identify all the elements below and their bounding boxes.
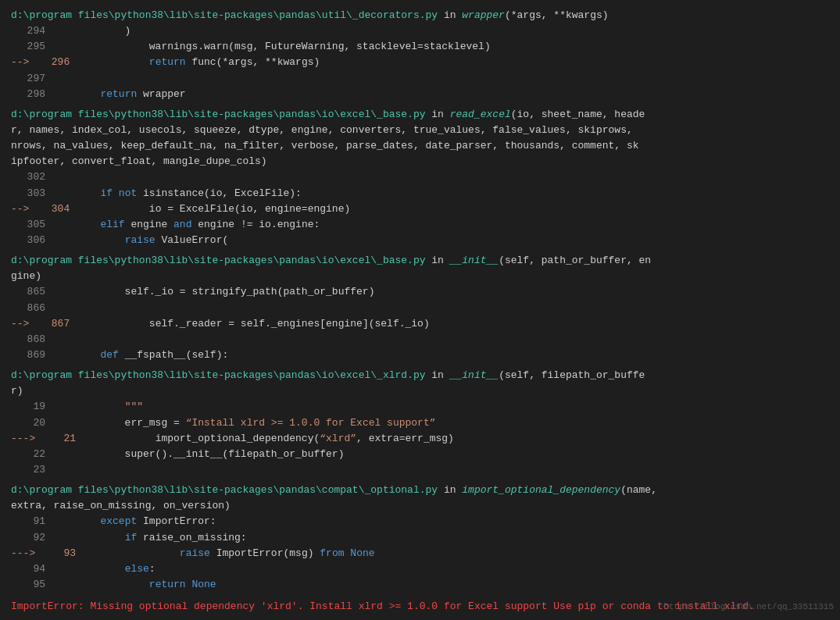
file-header-read-excel: d:\program files\python38\lib\site-packa… [11,107,829,170]
func-name-init-base: __init__ [450,255,499,266]
code-line-95: 95 return None [11,577,829,593]
code-line-91: 91 except ImportError: [11,514,829,529]
traceback-block-optional: d:\program files\python38\lib\site-packa… [11,483,829,593]
code-line-20: 20 err_msg = “Install xlrd >= 1.0.0 for … [11,415,829,431]
traceback-block-init-xlrd: d:\program files\python38\lib\site-packa… [11,368,829,478]
file-path-init-xlrd: d:\program files\python38\lib\site-packa… [11,369,426,381]
code-line-93: ---> 93 raise ImportError(msg) from None [11,546,829,561]
code-line-23: 23 [11,462,829,478]
watermark: https://blog.csdn.net/qq_33511315 [663,600,834,614]
file-header-init-xlrd: d:\program files\python38\lib\site-packa… [11,368,829,399]
file-header-optional: d:\program files\python38\lib\site-packa… [11,483,829,514]
traceback-block-wrapper: d:\program files\python38\lib\site-packa… [11,8,829,102]
file-path-read-excel: d:\program files\python38\lib\site-packa… [11,109,426,120]
traceback-container: d:\program files\python38\lib\site-packa… [11,8,829,615]
code-line-306: 306 raise ValueError( [11,233,829,248]
code-line-867: --> 867 self._reader = self._engines[eng… [11,316,829,332]
code-line-92: 92 if raise_on_missing: [11,530,829,546]
file-header-init-base: d:\program files\python38\lib\site-packa… [11,253,829,284]
traceback-block-init-base: d:\program files\python38\lib\site-packa… [11,253,829,363]
code-line-94: 94 else: [11,561,829,577]
code-line-303: 303 if not isinstance(io, ExcelFile): [11,186,829,201]
code-line-304: --> 304 io = ExcelFile(io, engine=engine… [11,201,829,217]
code-line-21: ---> 21 import_optional_dependency(“xlrd… [11,431,829,447]
func-name-read-excel: read_excel [450,109,511,120]
code-line-296: --> 296 return func(*args, **kwargs) [11,55,829,70]
code-line-294: 294 ) [11,23,829,39]
code-line-305: 305 elif engine and engine != io.engine: [11,217,829,233]
func-args-wrapper: (*args, **kwargs) [505,9,609,21]
code-line-302: 302 [11,169,829,185]
file-header-wrapper: d:\program files\python38\lib\site-packa… [11,8,829,23]
file-path-wrapper: d:\program files\python38\lib\site-packa… [11,9,438,21]
file-path-init-base: d:\program files\python38\lib\site-packa… [11,255,426,266]
code-line-868: 868 [11,332,829,347]
code-line-22: 22 super().__init__(filepath_or_buffer) [11,447,829,462]
code-line-866: 866 [11,301,829,316]
code-line-19: 19 """ [11,399,829,415]
code-line-297: 297 [11,71,829,87]
file-path-optional: d:\program files\python38\lib\site-packa… [11,484,438,496]
func-name-wrapper: wrapper [462,9,505,21]
traceback-block-read-excel: d:\program files\python38\lib\site-packa… [11,107,829,248]
code-line-298: 298 return wrapper [11,87,829,102]
func-name-optional: import_optional_dependency [462,484,620,496]
code-line-865: 865 self._io = stringify_path(path_or_bu… [11,284,829,300]
code-line-869: 869 def __fspath__(self): [11,347,829,363]
func-name-init-xlrd: __init__ [450,369,499,381]
code-line-295: 295 warnings.warn(msg, FutureWarning, st… [11,39,829,55]
